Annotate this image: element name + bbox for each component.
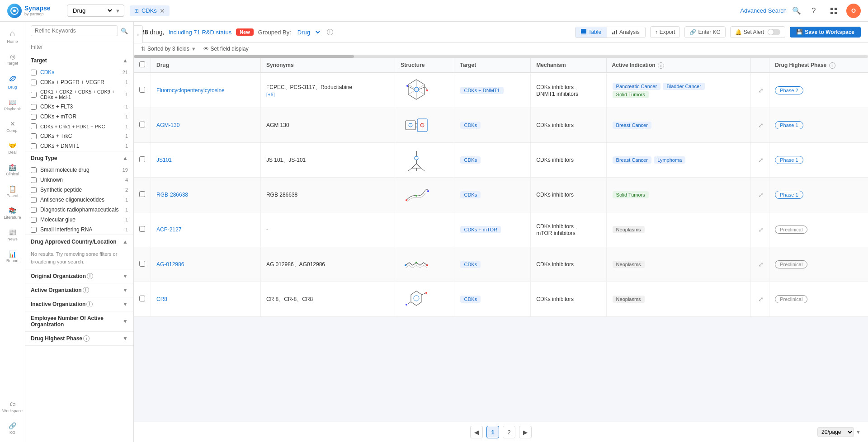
filter-item-cdks-chk1[interactable]: CDKs + Chk1 + PDK1 + PKC 1: [25, 122, 133, 131]
filter-section-highest-phase-header[interactable]: Drug Highest Phase i ▼: [25, 332, 133, 345]
rd-status-link[interactable]: including 71 R&D status: [169, 29, 231, 36]
row6-checkbox[interactable]: [139, 261, 145, 267]
th-checkbox[interactable]: [134, 58, 151, 73]
filter-item-cdk-multi[interactable]: CDK1 + CDK2 + CDK5 + CDK9 + CDKs + Mcl-1…: [25, 87, 133, 102]
sidebar-item-workspace[interactable]: 🗂 Workspace: [2, 397, 24, 417]
sidebar-item-news[interactable]: 📰 News: [2, 225, 24, 245]
filter-section-inactive-org-header[interactable]: Inactive Organization i ▼: [25, 297, 133, 311]
row3-checkbox-cell[interactable]: [134, 143, 151, 178]
filter-item-cdks-trkc[interactable]: CDKs + TrkC 1: [25, 131, 133, 141]
row5-expand-icon[interactable]: ⤢: [758, 226, 764, 233]
filter-checkbox-cdk-multi[interactable]: [31, 92, 37, 98]
view-table-button[interactable]: Table: [576, 27, 607, 38]
info-icon-phase[interactable]: i: [829, 62, 835, 69]
filter-item-molecular-glue[interactable]: Molecular glue 1: [25, 215, 133, 225]
search-tag-cdks[interactable]: ⊞ CDKs ✕: [130, 5, 170, 16]
filter-item-antisense[interactable]: Antisense oligonucleotides 1: [25, 195, 133, 205]
filter-item-cdks-pdgfr[interactable]: CDKs + PDGFR + VEGFR 1: [25, 77, 133, 87]
filter-item-unknown[interactable]: Unknown 4: [25, 175, 133, 185]
filter-checkbox-antisense[interactable]: [31, 197, 37, 203]
row3-expand-cell[interactable]: ⤢: [751, 143, 769, 178]
filter-section-original-org-header[interactable]: Original Organization i ▼: [25, 269, 133, 283]
filter-item-synthetic-peptide[interactable]: Synthetic peptide 2: [25, 185, 133, 195]
sort-button[interactable]: ⇅ Sorted by 3 fields ▼: [141, 46, 196, 52]
row4-checkbox-cell[interactable]: [134, 178, 151, 212]
row7-checkbox[interactable]: [139, 296, 145, 301]
filter-section-target-header[interactable]: Target ▲: [25, 54, 133, 67]
filter-section-approved-country-header[interactable]: Drug Approved Country/Location ▲: [25, 235, 133, 249]
page-1-button[interactable]: 1: [486, 426, 499, 438]
filter-checkbox-synthetic-peptide[interactable]: [31, 187, 37, 193]
row5-checkbox[interactable]: [139, 226, 145, 232]
enter-kg-button[interactable]: 🔗 Enter KG: [684, 26, 725, 38]
grouped-by-select[interactable]: Drug Target: [296, 28, 321, 36]
next-page-button[interactable]: ▶: [519, 426, 532, 438]
set-alert-button[interactable]: 🔔 Set Alert: [730, 26, 785, 38]
row3-expand-icon[interactable]: ⤢: [758, 156, 764, 164]
grid-menu-button[interactable]: [826, 4, 841, 18]
info-icon-grouped[interactable]: i: [327, 29, 333, 35]
row3-checkbox[interactable]: [139, 156, 145, 162]
filter-checkbox-molecular-glue[interactable]: [31, 217, 37, 223]
sidebar-item-playbook[interactable]: 📖 Playbook: [2, 95, 24, 115]
row1-expand-icon[interactable]: ⤢: [758, 87, 764, 94]
sidebar-item-drug[interactable]: Drug: [2, 71, 24, 93]
row1-drug-link[interactable]: Fluorocyclopentenylcytosine: [156, 87, 225, 94]
row7-expand-cell[interactable]: ⤢: [751, 282, 769, 317]
alert-toggle[interactable]: [768, 29, 780, 35]
row5-drug-link[interactable]: ACP-2127: [156, 226, 181, 233]
sidebar-item-kg[interactable]: 🔗 KG: [2, 418, 24, 438]
row6-expand-icon[interactable]: ⤢: [758, 261, 764, 268]
user-avatar[interactable]: O: [846, 4, 861, 18]
filter-section-drug-type-header[interactable]: Drug Type ▲: [25, 151, 133, 165]
filter-item-cdks-flt3[interactable]: CDKs + FLT3 1: [25, 102, 133, 112]
filter-item-sirna[interactable]: Small interfering RNA 1: [25, 225, 133, 235]
sidebar-item-patent[interactable]: 📋 Patent: [2, 182, 24, 202]
filter-checkbox-cdks-pdgfr[interactable]: [31, 80, 37, 85]
row2-checkbox[interactable]: [139, 122, 145, 127]
sidebar-item-deal[interactable]: 🤝 Deal: [2, 138, 24, 158]
page-2-button[interactable]: 2: [503, 426, 515, 438]
filter-item-diagnostic[interactable]: Diagnostic radiopharmaceuticals 1: [25, 205, 133, 215]
row1-expand-cell[interactable]: ⤢: [751, 73, 769, 108]
filter-item-cdks-mtor[interactable]: CDKs + mTOR 1: [25, 112, 133, 122]
row6-checkbox-cell[interactable]: [134, 247, 151, 282]
tag-close-icon[interactable]: ✕: [160, 7, 165, 14]
row2-expand-cell[interactable]: ⤢: [751, 108, 769, 143]
sidebar-item-target[interactable]: ◎ Target: [2, 49, 24, 69]
page-size-select[interactable]: 10/page 20/page 50/page 100/page: [817, 427, 854, 437]
sidebar-item-comp[interactable]: ✕ Comp.: [2, 117, 24, 136]
row1-checkbox-cell[interactable]: [134, 73, 151, 108]
info-icon-original-org[interactable]: i: [87, 273, 93, 279]
info-icon-highest-phase[interactable]: i: [83, 335, 90, 342]
row4-expand-icon[interactable]: ⤢: [758, 191, 764, 198]
row4-checkbox[interactable]: [139, 191, 145, 197]
filter-checkbox-cdks-mtor[interactable]: [31, 114, 37, 120]
row7-expand-icon[interactable]: ⤢: [758, 296, 764, 303]
row2-checkbox-cell[interactable]: [134, 108, 151, 143]
row1-checkbox[interactable]: [139, 87, 145, 93]
set-field-display-button[interactable]: 👁 Set field display: [203, 46, 249, 52]
row7-drug-link[interactable]: CR8: [156, 296, 167, 302]
collapse-filter-panel-button[interactable]: ‹: [134, 25, 143, 43]
info-icon-inactive-org[interactable]: i: [86, 301, 93, 307]
row6-drug-link[interactable]: AG-012986: [156, 261, 184, 268]
row4-drug-link[interactable]: RGB-286638: [156, 192, 188, 198]
sidebar-item-report[interactable]: 📊 Report: [2, 247, 24, 267]
filter-item-cdks-dnmt1[interactable]: CDKs + DNMT1 1: [25, 141, 133, 151]
info-icon-active-org[interactable]: i: [83, 287, 89, 293]
filter-checkbox-small-mol[interactable]: [31, 167, 37, 173]
advanced-search-link[interactable]: Advanced Search: [740, 7, 787, 14]
view-analysis-button[interactable]: Analysis: [607, 27, 645, 38]
filter-item-small-mol[interactable]: Small molecule drug 19: [25, 165, 133, 175]
row2-expand-icon[interactable]: ⤢: [758, 122, 764, 129]
filter-section-employee-count-header[interactable]: Employee Number Of Active Organization ▼: [25, 311, 133, 331]
filter-checkbox-cdks-flt3[interactable]: [31, 104, 37, 110]
sidebar-item-literature[interactable]: 📚 Literature: [2, 203, 24, 223]
row5-expand-cell[interactable]: ⤢: [751, 212, 769, 247]
export-button[interactable]: ↑ Export: [650, 26, 680, 38]
row6-expand-cell[interactable]: ⤢: [751, 247, 769, 282]
filter-checkbox-cdks-dnmt1[interactable]: [31, 143, 37, 149]
row7-checkbox-cell[interactable]: [134, 282, 151, 317]
filter-checkbox-cdks[interactable]: [31, 70, 37, 75]
